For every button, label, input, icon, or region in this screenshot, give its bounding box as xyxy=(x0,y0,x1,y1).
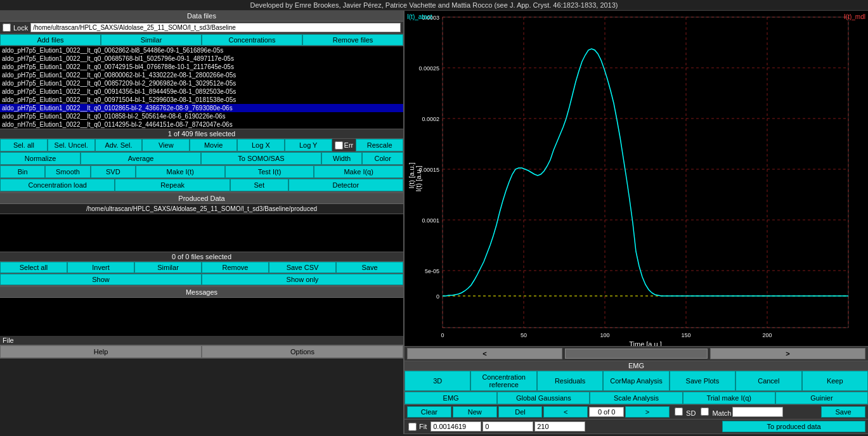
list-item[interactable]: aldo_nH7n5_Elution1_0022__lt_q0_0114295-… xyxy=(0,120,403,129)
match-field[interactable] xyxy=(732,407,783,417)
svg-text:0.00025: 0.00025 xyxy=(418,65,439,72)
chart-top-right: I(t)_mdl xyxy=(844,13,865,20)
tab-scale-analysis[interactable]: Scale Analysis xyxy=(590,392,682,404)
of-field[interactable]: 0 of 0 xyxy=(589,407,624,417)
show-only-button[interactable]: Show only xyxy=(202,274,403,285)
select-all-button[interactable]: Select all xyxy=(0,262,67,273)
bottom-controls: < > EMG 3D Concentration reference Resid… xyxy=(405,347,868,434)
sel-all-button[interactable]: Sel. all xyxy=(0,139,48,151)
next-button[interactable]: > xyxy=(625,406,670,418)
save-csv-button[interactable]: Save CSV xyxy=(269,262,336,273)
color-button[interactable]: Color xyxy=(362,152,403,165)
tab-3d[interactable]: 3D xyxy=(405,371,470,391)
tab-keep[interactable]: Keep xyxy=(802,371,868,391)
match-label: Match xyxy=(699,407,731,417)
save-button[interactable]: Save xyxy=(336,262,403,273)
data-files-section: Data files Lock /home/ultrascan/HPLC_SAX… xyxy=(0,11,403,192)
add-files-button[interactable]: Add files xyxy=(0,34,101,46)
svg-text:200: 200 xyxy=(762,332,772,338)
to-somo-button[interactable]: To SOMO/SAS xyxy=(201,152,321,165)
tab-save-plots[interactable]: Save Plots xyxy=(670,371,735,391)
top-bar: Developed by Emre Brookes, Javier Pérez,… xyxy=(0,0,868,11)
log-x-button[interactable]: Log X xyxy=(237,139,285,151)
list-item[interactable]: aldo_pH7p5_Elution1_0022__lt_q0_00742915… xyxy=(0,63,403,71)
file-list[interactable]: aldo_pH7p5_Elution1_0022__lt_q0_0062862-… xyxy=(0,46,403,129)
list-item[interactable]: aldo_pH7p5_Elution1_0022__lt_q0_00857209… xyxy=(0,79,403,87)
set-button[interactable]: Set xyxy=(230,179,288,191)
prev-button[interactable]: < xyxy=(543,406,588,418)
tab-cancel[interactable]: Cancel xyxy=(735,371,801,391)
to-produced-button[interactable]: To produced data xyxy=(722,421,865,432)
file-menu[interactable]: File xyxy=(3,337,14,344)
make-iq-button[interactable]: Make I(q) xyxy=(314,165,403,178)
produced-data-section: Produced Data /home/ultrascan/HPLC_SAXS/… xyxy=(0,192,403,286)
list-item[interactable]: aldo_pH7p5_Elution1_0022__lt_q0_00971504… xyxy=(0,96,403,104)
normalize-button[interactable]: Normalize xyxy=(0,152,81,165)
tab-guinier[interactable]: Guinier xyxy=(775,392,868,404)
similar2-button[interactable]: Similar xyxy=(134,262,202,273)
new-button[interactable]: New xyxy=(453,406,497,418)
produced-path: /home/ultrascan/HPLC_SAXS/Aldolase_25_11… xyxy=(0,204,403,214)
conc-load-button[interactable]: Concentration load xyxy=(0,179,115,191)
list-item[interactable]: aldo_pH7p5_Elution1_0022__lt_q0_00685768… xyxy=(0,54,403,63)
emg-save-button[interactable]: Save xyxy=(821,406,865,418)
produced-list[interactable] xyxy=(0,214,403,252)
list-item[interactable]: aldo_pH7p5_Elution1_0022__lt_q0_010858-b… xyxy=(0,112,403,120)
lock-checkbox[interactable] xyxy=(3,23,11,32)
fit-checkbox[interactable] xyxy=(408,423,417,431)
tab-cormap[interactable]: CorMap Analysis xyxy=(603,371,669,391)
log-y-button[interactable]: Log Y xyxy=(285,139,332,151)
detector-button[interactable]: Detector xyxy=(288,179,403,191)
test-i-button[interactable]: Test I(t) xyxy=(225,165,314,178)
list-item-selected[interactable]: aldo_pH7p5_Elution1_0022__lt_q0_0102865-… xyxy=(0,104,403,112)
messages-section: Messages File xyxy=(0,286,403,345)
list-item[interactable]: aldo_pH7p5_Elution1_0022__lt_q0_00800062… xyxy=(0,71,403,79)
adv-sel-button[interactable]: Adv. Sel. xyxy=(95,139,143,151)
nav-left-button[interactable]: < xyxy=(407,348,562,359)
tab-residuals[interactable]: Residuals xyxy=(537,371,603,391)
remove-button[interactable]: Remove xyxy=(202,262,269,273)
svg-text:I(t) [a.u.]: I(t) [a.u.] xyxy=(408,163,415,189)
svd-button[interactable]: SVD xyxy=(91,165,136,178)
tab-row-2: EMG Global Gaussians Scale Analysis Tria… xyxy=(405,392,868,405)
list-item[interactable]: aldo_pH7p5_Elution1_0022__lt_q0_00914356… xyxy=(0,87,403,96)
path-input[interactable]: /home/ultrascan/HPLC_SAXS/Aldolase_25_11… xyxy=(30,23,401,32)
help-button[interactable]: Help xyxy=(0,345,202,358)
average-button[interactable]: Average xyxy=(81,152,201,165)
bottom-bar: Help Options xyxy=(0,345,403,359)
clear-button[interactable]: Clear xyxy=(407,406,451,418)
tab-conc-ref[interactable]: Concentration reference xyxy=(470,371,536,391)
messages-content xyxy=(0,298,403,336)
remove-files-button[interactable]: Remove files xyxy=(302,34,403,46)
invert-button[interactable]: Invert xyxy=(67,262,134,273)
concentrations-button[interactable]: Concentrations xyxy=(202,34,302,46)
tab-global-gauss[interactable]: Global Gaussians xyxy=(497,392,590,404)
left-panel: Data files Lock /home/ultrascan/HPLC_SAX… xyxy=(0,11,405,434)
show-button[interactable]: Show xyxy=(0,274,202,285)
tab-emg[interactable]: EMG xyxy=(405,392,497,404)
list-item[interactable]: aldo_pH7p5_Elution1_0022__lt_q0_0062862-… xyxy=(0,46,403,54)
match-checkbox[interactable] xyxy=(701,407,709,416)
options-button[interactable]: Options xyxy=(202,345,403,358)
del-button[interactable]: Del xyxy=(498,406,543,418)
err-label[interactable]: Err xyxy=(332,139,356,151)
sd-checkbox[interactable] xyxy=(675,407,683,416)
width-button[interactable]: Width xyxy=(321,152,363,165)
similar-button[interactable]: Similar xyxy=(101,34,202,46)
smooth-button[interactable]: Smooth xyxy=(45,165,90,178)
fit-value1[interactable]: 0.0014619 xyxy=(431,421,481,432)
repeak-button[interactable]: Repeak xyxy=(115,179,230,191)
rescale-button[interactable]: Rescale xyxy=(356,139,403,151)
nav-right-button[interactable]: > xyxy=(710,348,865,359)
svg-text:0.0002: 0.0002 xyxy=(422,116,439,122)
sel-uncel-button[interactable]: Sel. Uncel. xyxy=(48,139,95,151)
make-i-button[interactable]: Make I(t) xyxy=(136,165,225,178)
view-button[interactable]: View xyxy=(142,139,190,151)
movie-button[interactable]: Movie xyxy=(190,139,237,151)
err-checkbox[interactable] xyxy=(335,141,343,150)
produced-buttons-row1: Select all Invert Similar Remove Save CS… xyxy=(0,262,403,274)
bin-button[interactable]: Bin xyxy=(0,165,45,178)
fit-value3[interactable]: 210 xyxy=(534,421,585,432)
fit-value2[interactable]: 0 xyxy=(483,421,533,432)
tab-trial-make[interactable]: Trial make I(q) xyxy=(683,392,775,404)
